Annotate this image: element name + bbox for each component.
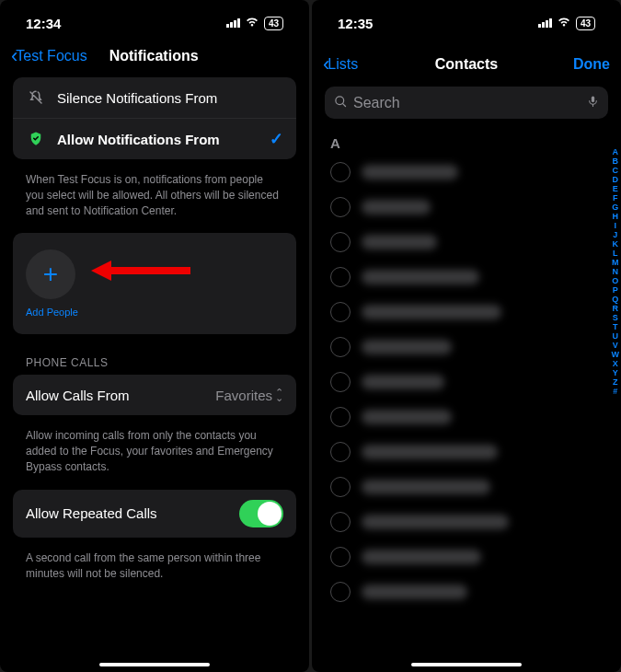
contact-row[interactable] xyxy=(330,190,608,225)
index-letter[interactable]: F xyxy=(612,193,620,203)
contact-name-redacted xyxy=(362,515,509,529)
index-letter[interactable]: P xyxy=(612,285,620,295)
contact-name-redacted xyxy=(362,550,481,564)
repeated-calls-row: Allow Repeated Calls xyxy=(13,490,296,538)
contact-row[interactable] xyxy=(330,469,608,504)
index-letter[interactable]: H xyxy=(612,212,620,221)
status-time: 12:34 xyxy=(26,16,61,31)
index-letter[interactable]: Z xyxy=(612,377,620,387)
contact-row[interactable] xyxy=(330,539,608,574)
add-people-label: Add People xyxy=(26,307,78,318)
back-button[interactable]: ‹ Lists xyxy=(323,54,358,75)
index-letter[interactable]: U xyxy=(612,331,620,341)
repeated-calls-card: Allow Repeated Calls xyxy=(13,490,296,538)
index-letter[interactable]: Q xyxy=(612,295,620,304)
nav-bar: ‹ Test Focus Notifications xyxy=(0,39,309,77)
contact-row[interactable] xyxy=(330,155,608,190)
add-people-card: + Add People xyxy=(13,233,296,334)
radio-unchecked-icon[interactable] xyxy=(330,477,351,497)
section-letter: A xyxy=(312,132,621,155)
repeated-description: A second call from the same person withi… xyxy=(13,545,296,597)
radio-unchecked-icon[interactable] xyxy=(330,582,351,602)
plus-icon: + xyxy=(43,260,58,289)
radio-unchecked-icon[interactable] xyxy=(330,267,351,287)
radio-unchecked-icon[interactable] xyxy=(330,372,351,392)
contact-row[interactable] xyxy=(330,434,608,469)
index-letter[interactable]: D xyxy=(612,175,620,184)
index-letter[interactable]: O xyxy=(612,276,620,285)
contact-name-redacted xyxy=(362,165,458,180)
alpha-index[interactable]: ABCDEFGHIJKLMNOPQRSTUVWXYZ# xyxy=(612,147,620,396)
contact-row[interactable] xyxy=(330,260,608,295)
wifi-icon xyxy=(245,16,259,30)
radio-unchecked-icon[interactable] xyxy=(330,547,351,567)
home-indicator[interactable] xyxy=(411,663,522,666)
mic-icon[interactable] xyxy=(587,94,599,111)
contact-row[interactable] xyxy=(330,295,608,330)
radio-unchecked-icon[interactable] xyxy=(330,337,351,357)
contact-row[interactable] xyxy=(330,504,608,539)
index-letter[interactable]: E xyxy=(612,184,620,193)
back-label: Test Focus xyxy=(16,48,86,64)
index-letter[interactable]: M xyxy=(612,258,620,267)
index-letter[interactable]: R xyxy=(612,304,620,313)
allow-from-row[interactable]: Allow Notifications From ✓ xyxy=(13,118,296,159)
contact-name-redacted xyxy=(362,340,452,354)
cellular-signal-icon xyxy=(226,18,240,28)
shield-check-icon xyxy=(26,131,46,147)
radio-unchecked-icon[interactable] xyxy=(330,407,351,427)
page-title: Contacts xyxy=(435,56,498,73)
index-letter[interactable]: L xyxy=(612,249,620,258)
index-letter[interactable]: J xyxy=(612,230,620,239)
contact-row[interactable] xyxy=(330,400,608,434)
radio-unchecked-icon[interactable] xyxy=(330,232,351,252)
index-letter[interactable]: # xyxy=(612,387,620,396)
page-title: Notifications xyxy=(109,48,199,64)
index-letter[interactable]: S xyxy=(612,313,620,322)
index-letter[interactable]: V xyxy=(612,341,620,350)
calls-from-value: Favorites ⌃⌄ xyxy=(215,388,283,403)
back-button[interactable]: ‹ Test Focus xyxy=(11,46,87,66)
index-letter[interactable]: K xyxy=(612,239,620,249)
contact-name-redacted xyxy=(362,480,490,494)
cellular-signal-icon xyxy=(538,18,552,28)
radio-unchecked-icon[interactable] xyxy=(330,197,351,217)
index-letter[interactable]: T xyxy=(612,322,620,331)
contact-row[interactable] xyxy=(330,330,608,365)
index-letter[interactable]: B xyxy=(612,156,620,166)
repeated-calls-label: Allow Repeated Calls xyxy=(26,505,239,521)
index-letter[interactable]: G xyxy=(612,203,620,212)
index-letter[interactable]: Y xyxy=(612,368,620,377)
contact-row[interactable] xyxy=(330,365,608,400)
battery-icon: 43 xyxy=(576,17,595,30)
calls-from-label: Allow Calls From xyxy=(26,388,215,403)
search-input[interactable] xyxy=(353,95,581,111)
phone-left-notifications: 12:34 43 ‹ Test Focus Notifications Sile… xyxy=(0,0,309,672)
radio-unchecked-icon[interactable] xyxy=(330,302,351,322)
battery-icon: 43 xyxy=(264,17,283,30)
index-letter[interactable]: A xyxy=(612,147,620,156)
radio-unchecked-icon[interactable] xyxy=(330,442,351,462)
index-letter[interactable]: I xyxy=(612,221,620,230)
wifi-icon xyxy=(557,16,571,30)
index-letter[interactable]: N xyxy=(612,267,620,276)
done-button[interactable]: Done xyxy=(573,56,610,73)
index-letter[interactable]: X xyxy=(612,359,620,368)
contact-name-redacted xyxy=(362,270,479,284)
radio-unchecked-icon[interactable] xyxy=(330,512,351,532)
contact-row[interactable] xyxy=(330,574,608,609)
repeated-calls-toggle[interactable] xyxy=(239,500,283,527)
contact-row[interactable] xyxy=(330,225,608,260)
status-right: 43 xyxy=(538,16,595,30)
index-letter[interactable]: C xyxy=(612,166,620,175)
add-people-button[interactable]: + xyxy=(26,249,75,299)
contact-name-redacted xyxy=(362,375,444,389)
allow-calls-from-row[interactable]: Allow Calls From Favorites ⌃⌄ xyxy=(13,375,296,415)
index-letter[interactable]: W xyxy=(612,350,620,359)
nav-bar: ‹ Lists Contacts Done xyxy=(312,39,621,87)
silence-from-row[interactable]: Silence Notifications From xyxy=(13,77,296,118)
search-bar[interactable] xyxy=(325,87,608,119)
home-indicator[interactable] xyxy=(99,663,210,666)
back-label: Lists xyxy=(328,56,358,73)
radio-unchecked-icon[interactable] xyxy=(330,162,351,182)
